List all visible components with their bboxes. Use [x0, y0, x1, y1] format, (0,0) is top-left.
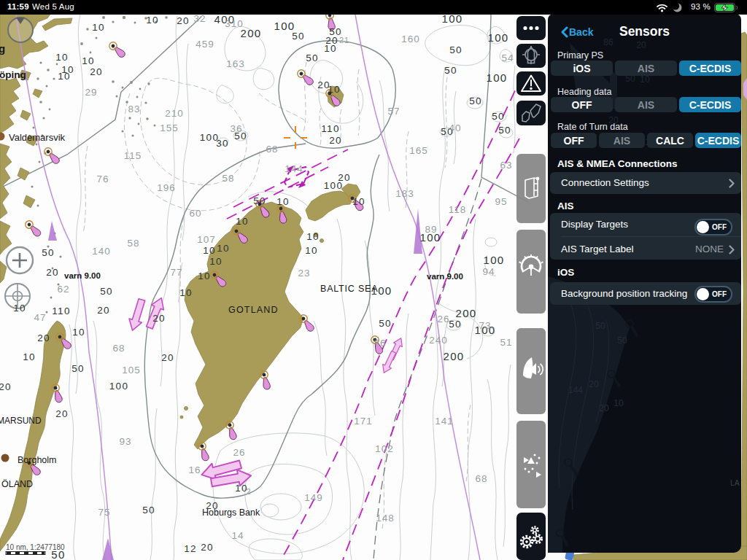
svg-text:50: 50	[253, 195, 266, 206]
svg-text:36: 36	[230, 123, 242, 134]
svg-text:10: 10	[328, 84, 341, 95]
svg-text:2: 2	[246, 487, 251, 496]
svg-text:20: 20	[589, 379, 599, 389]
svg-text:148: 148	[376, 513, 395, 524]
svg-text:20: 20	[46, 267, 59, 278]
svg-text:144: 144	[568, 385, 583, 395]
svg-text:110: 110	[321, 123, 339, 134]
svg-text:165: 165	[409, 145, 428, 156]
svg-text:54: 54	[501, 52, 514, 63]
svg-text:50: 50	[292, 31, 305, 42]
svg-text:68: 68	[266, 144, 278, 155]
svg-text:47: 47	[34, 312, 46, 323]
svg-text:16: 16	[188, 464, 201, 475]
svg-text:varn 9.00: varn 9.00	[427, 272, 463, 281]
svg-text:40: 40	[449, 122, 461, 133]
svg-text:20: 20	[161, 352, 174, 363]
svg-text:95: 95	[495, 196, 507, 207]
svg-text:50: 50	[71, 363, 85, 374]
svg-text:10: 10	[324, 43, 337, 54]
svg-text:149: 149	[304, 492, 323, 503]
svg-text:100: 100	[109, 381, 128, 392]
svg-text:83: 83	[128, 104, 140, 114]
svg-text:100: 100	[487, 71, 508, 84]
svg-text:100: 100	[488, 31, 509, 44]
svg-text:20: 20	[177, 15, 190, 26]
svg-text:Borgholm: Borgholm	[18, 455, 57, 465]
svg-text:10: 10	[640, 74, 650, 85]
svg-text:10: 10	[146, 15, 159, 26]
svg-text:310: 310	[225, 18, 244, 29]
svg-text:115: 115	[124, 150, 142, 161]
svg-text:21: 21	[339, 36, 349, 44]
svg-text:77: 77	[170, 267, 182, 278]
svg-text:196: 196	[157, 182, 176, 193]
svg-text:öping: öping	[0, 69, 26, 80]
svg-text:73: 73	[479, 320, 491, 331]
svg-text:58: 58	[127, 238, 139, 249]
svg-text:10: 10	[55, 52, 69, 63]
svg-text:10: 10	[82, 55, 95, 66]
svg-text:240: 240	[429, 335, 448, 346]
svg-text:23: 23	[298, 268, 310, 279]
svg-text:g: g	[0, 42, 5, 55]
svg-text:94: 94	[482, 266, 495, 277]
svg-text:68: 68	[475, 473, 487, 484]
svg-text:LA: LA	[730, 478, 740, 487]
svg-text:10: 10	[92, 22, 105, 33]
svg-text:26: 26	[437, 314, 449, 324]
svg-text:200: 200	[456, 307, 477, 319]
svg-text:50: 50	[142, 505, 155, 516]
svg-text:BALTIC SEA: BALTIC SEA	[320, 284, 378, 294]
svg-text:10: 10	[72, 327, 85, 338]
svg-text:10: 10	[23, 351, 36, 362]
svg-text:varn 9.00: varn 9.00	[64, 271, 101, 280]
svg-text:10: 10	[13, 303, 26, 314]
svg-text:MARSUND: MARSUND	[0, 416, 42, 426]
svg-text:50: 50	[449, 44, 462, 55]
svg-text:50: 50	[595, 321, 605, 331]
svg-text:20: 20	[97, 305, 110, 316]
svg-text:ÖLAND: ÖLAND	[1, 479, 33, 489]
svg-text:30: 30	[216, 138, 229, 149]
svg-text:10: 10	[614, 398, 624, 408]
svg-text:20: 20	[90, 66, 103, 77]
svg-text:10: 10	[198, 271, 211, 281]
svg-text:107: 107	[197, 234, 216, 245]
svg-text:200: 200	[444, 350, 465, 362]
svg-text:100: 100	[324, 180, 343, 191]
svg-text:10: 10	[352, 196, 365, 207]
svg-text:102: 102	[375, 443, 394, 454]
svg-text:10: 10	[58, 71, 71, 82]
svg-text:89: 89	[425, 224, 437, 235]
svg-text:20: 20	[636, 40, 646, 50]
svg-text:20: 20	[37, 332, 50, 343]
svg-text:10: 10	[306, 231, 320, 242]
svg-text:210: 210	[165, 108, 184, 119]
svg-text:76: 76	[374, 338, 386, 349]
svg-text:29: 29	[85, 87, 97, 98]
svg-text:93: 93	[119, 436, 131, 447]
svg-text:10: 10	[209, 256, 222, 267]
svg-text:163: 163	[226, 58, 245, 69]
svg-text:50: 50	[42, 247, 55, 258]
svg-text:10: 10	[217, 243, 230, 254]
svg-text:155: 155	[160, 122, 179, 133]
svg-text:140: 140	[92, 246, 111, 257]
svg-text:200: 200	[241, 27, 262, 39]
svg-text:50: 50	[469, 96, 482, 106]
svg-text:50: 50	[498, 125, 511, 136]
svg-text:GOTLAND: GOTLAND	[228, 305, 279, 315]
svg-text:105: 105	[122, 365, 141, 376]
svg-text:Valdemarsvik: Valdemarsvik	[9, 132, 66, 143]
svg-text:144: 144	[285, 163, 303, 174]
svg-text:141: 141	[435, 416, 454, 427]
svg-text:20: 20	[0, 381, 12, 392]
svg-text:20: 20	[329, 135, 342, 146]
svg-text:68: 68	[112, 343, 125, 354]
svg-text:12: 12	[184, 543, 197, 554]
svg-text:51: 51	[500, 337, 512, 348]
svg-text:50: 50	[379, 318, 392, 329]
svg-text:110: 110	[52, 306, 70, 316]
svg-text:118: 118	[449, 204, 467, 215]
